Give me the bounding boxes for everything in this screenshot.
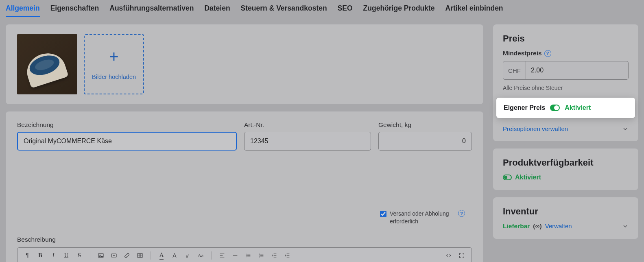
availability-toggle-icon[interactable] — [503, 175, 512, 180]
image-icon[interactable] — [95, 250, 107, 261]
underline-icon[interactable]: U — [61, 250, 72, 261]
svg-point-6 — [246, 257, 247, 258]
availability-heading: Produktverfügbarkeit — [503, 157, 629, 168]
upload-label: Bilder hochladen — [92, 74, 136, 80]
font-case-icon[interactable]: Aa — [195, 250, 206, 261]
field-weight: Gewicht, kg — [378, 121, 472, 207]
tabs-bar: Allgemein Eigenschaften Ausführungsalter… — [0, 0, 644, 17]
currency-label: CHF — [503, 61, 526, 79]
field-sku: Art.-Nr. — [244, 121, 371, 225]
align-icon[interactable] — [216, 250, 228, 261]
code-view-icon[interactable] — [443, 250, 454, 261]
svg-text:3: 3 — [259, 256, 260, 258]
svg-point-5 — [246, 255, 247, 256]
fullscreen-icon[interactable] — [456, 250, 467, 261]
text-color-icon[interactable]: A — [156, 250, 167, 261]
input-name[interactable] — [17, 132, 237, 151]
own-price-row: Eigener Preis Aktiviert — [496, 98, 635, 118]
price-options-link[interactable]: Preisoptionen verwalten — [503, 125, 629, 132]
numbered-list-icon[interactable]: 123 — [255, 250, 267, 261]
label-sku: Art.-Nr. — [244, 121, 371, 129]
tab-dateien[interactable]: Dateien — [204, 4, 230, 17]
hr-icon[interactable] — [229, 250, 241, 261]
upload-images-button[interactable]: + Bilder hochladen — [84, 34, 144, 94]
svg-rect-3 — [138, 254, 142, 258]
rich-text-editor: ¶ B I U S A A a↑ Aa — [17, 247, 472, 262]
tab-seo[interactable]: SEO — [338, 4, 353, 17]
checkbox-shipping-required[interactable] — [380, 211, 386, 217]
indent-icon[interactable] — [282, 250, 293, 261]
svg-point-4 — [246, 254, 247, 255]
paragraph-icon[interactable]: ¶ — [22, 250, 33, 261]
price-note: Alle Preise ohne Steuer — [503, 85, 629, 91]
tab-artikel-einbinden[interactable]: Artikel einbinden — [445, 4, 503, 17]
plus-icon: + — [109, 48, 118, 65]
field-name: Bezeichnung — [17, 121, 237, 225]
inventory-panel: Inventur Lieferbar (∞) Verwalten — [493, 197, 638, 239]
input-weight[interactable] — [378, 132, 472, 151]
product-thumbnail[interactable] — [17, 34, 77, 94]
price-heading: Preis — [503, 33, 629, 44]
tab-eigenschaften[interactable]: Eigenschaften — [50, 4, 99, 17]
inventory-heading: Inventur — [503, 206, 629, 217]
tab-zugehoerige-produkte[interactable]: Zugehörige Produkte — [363, 4, 435, 17]
own-price-label: Eigener Preis — [504, 104, 545, 111]
availability-panel: Produktverfügbarkeit Aktiviert — [493, 148, 638, 190]
italic-icon[interactable]: I — [48, 250, 59, 261]
editor-toolbar: ¶ B I U S A A a↑ Aa — [17, 248, 472, 262]
price-panel: Preis Mindestpreis ? CHF Alle Preise ohn… — [493, 24, 638, 141]
manage-inventory-link[interactable]: Verwalten — [545, 223, 572, 229]
stock-infinity: (∞) — [533, 223, 541, 230]
tab-ausfuehrungsalternativen[interactable]: Ausführungsalternativen — [109, 4, 194, 17]
text-bg-icon[interactable]: A — [169, 250, 180, 261]
strike-icon[interactable]: S — [74, 250, 85, 261]
bold-icon[interactable]: B — [35, 250, 46, 261]
video-icon[interactable] — [108, 250, 120, 261]
font-size-icon[interactable]: a↑ — [182, 250, 193, 261]
chevron-down-icon[interactable] — [622, 223, 629, 229]
label-description: Beschreibung — [17, 236, 472, 243]
chevron-down-icon — [622, 126, 629, 132]
own-price-state: Aktiviert — [565, 104, 591, 111]
details-panel: Bezeichnung Art.-Nr. Gewicht, kg Versand… — [6, 111, 483, 262]
outdent-icon[interactable] — [269, 250, 280, 261]
min-price-input-group: CHF — [503, 61, 629, 80]
min-price-input[interactable] — [526, 61, 628, 79]
help-icon[interactable]: ? — [544, 50, 551, 57]
tab-allgemein[interactable]: Allgemein — [6, 4, 40, 17]
own-price-toggle[interactable] — [550, 105, 560, 111]
bullet-list-icon[interactable] — [242, 250, 254, 261]
input-sku[interactable] — [244, 132, 371, 151]
label-name: Bezeichnung — [17, 121, 237, 129]
label-shipping-required: Versand oder Abholung erforderlich — [390, 210, 455, 225]
help-icon[interactable]: ? — [458, 210, 465, 217]
availability-state: Aktiviert — [515, 174, 541, 181]
label-weight: Gewicht, kg — [378, 121, 472, 129]
min-price-label: Mindestpreis ? — [503, 50, 629, 57]
images-panel: + Bilder hochladen — [6, 24, 483, 104]
tab-steuern-versandkosten[interactable]: Steuern & Versandkosten — [241, 4, 327, 17]
table-icon[interactable] — [134, 250, 146, 261]
stock-status: Lieferbar — [503, 223, 530, 230]
link-icon[interactable] — [121, 250, 133, 261]
